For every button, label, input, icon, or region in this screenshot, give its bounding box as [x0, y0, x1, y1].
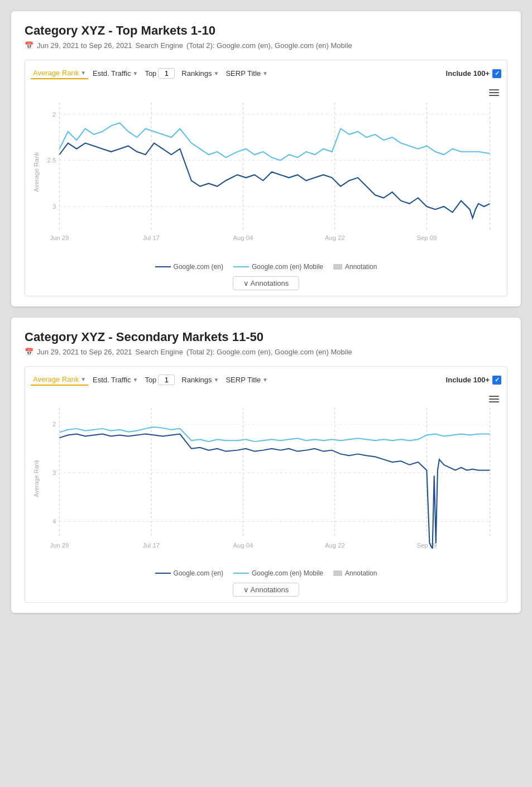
top-label-2: Top — [142, 373, 177, 386]
card2-toolbar: Average Rank ▼ Estd. Traffic ▼ Top Ranki… — [31, 373, 501, 386]
svg-text:Jul 17: Jul 17 — [143, 542, 160, 549]
card1-annotations-button[interactable]: ∨ Annotations — [233, 276, 300, 290]
card-top-markets: Category XYZ - Top Markets 1-10 📅 Jun 29… — [11, 11, 521, 306]
legend-annotation-box-2 — [333, 570, 342, 576]
card1-chart: Average Rank 2 2.5 3 Jun 29 Jul 17 Aug 0… — [31, 85, 501, 258]
svg-text:Aug 22: Aug 22 — [325, 234, 345, 241]
svg-text:2.5: 2.5 — [47, 157, 56, 164]
top-input-2[interactable] — [158, 375, 175, 385]
chart-menu-button-2[interactable] — [489, 396, 499, 402]
card2-total: (Total 2): Google.com (en), Google.com (… — [186, 348, 352, 356]
svg-text:2: 2 — [52, 111, 56, 118]
estd-traffic-tab-2[interactable]: Estd. Traffic ▼ — [90, 375, 140, 385]
card2-chart-container: Average Rank ▼ Estd. Traffic ▼ Top Ranki… — [25, 366, 507, 603]
include-100-checkbox-2[interactable]: ✓ — [492, 376, 501, 385]
card2-title: Category XYZ - Secondary Markets 11-50 — [25, 330, 507, 344]
calendar-icon-2: 📅 — [25, 348, 33, 356]
serp-title-arrow: ▼ — [262, 70, 268, 76]
card1-toolbar: Average Rank ▼ Estd. Traffic ▼ Top Ranki… — [31, 67, 501, 80]
card2-subtitle: 📅 Jun 29, 2021 to Sep 26, 2021 Search En… — [25, 348, 507, 356]
card2-engine: Search Engine — [136, 348, 183, 356]
avg-rank-tab[interactable]: Average Rank ▼ — [31, 68, 88, 79]
svg-text:Average Rank: Average Rank — [33, 152, 40, 192]
svg-text:Jul 17: Jul 17 — [143, 234, 160, 241]
legend-google: Google.com (en) — [155, 263, 223, 271]
svg-text:Jun 29: Jun 29 — [50, 542, 69, 549]
svg-text:Aug 22: Aug 22 — [325, 542, 345, 549]
svg-text:Aug 04: Aug 04 — [233, 234, 253, 241]
card2-annotations-btn[interactable]: ∨ Annotations — [31, 583, 501, 597]
card-secondary-markets: Category XYZ - Secondary Markets 11-50 📅… — [11, 318, 521, 613]
svg-text:Average Rank: Average Rank — [33, 459, 40, 497]
card2-date: Jun 29, 2021 to Sep 26, 2021 — [37, 348, 132, 356]
legend-google-mobile-2: Google.com (en) Mobile — [233, 569, 323, 577]
card1-total: (Total 2): Google.com (en), Google.com (… — [186, 41, 352, 50]
avg-rank-tab-2[interactable]: Average Rank ▼ — [31, 374, 88, 386]
legend-annotation: Annotation — [333, 263, 377, 271]
avg-rank-arrow-2: ▼ — [80, 376, 86, 382]
svg-text:4: 4 — [52, 519, 56, 525]
rankings-arrow-2: ▼ — [214, 377, 219, 383]
card1-annotations-btn[interactable]: ∨ Annotations — [31, 276, 501, 290]
svg-text:3: 3 — [52, 469, 56, 476]
card1-date: Jun 29, 2021 to Sep 26, 2021 — [37, 41, 132, 50]
card1-chart-container: Average Rank ▼ Estd. Traffic ▼ Top Ranki… — [25, 60, 507, 296]
card2-chart: Average Rank 2 3 4 Jun 29 Jul 17 Aug 04 … — [31, 392, 501, 565]
svg-text:3: 3 — [52, 203, 56, 210]
card2-legend: Google.com (en) Google.com (en) Mobile A… — [31, 569, 501, 577]
svg-text:Jun 29: Jun 29 — [50, 234, 69, 241]
include-100-checkbox[interactable]: ✓ — [492, 69, 501, 78]
avg-rank-arrow: ▼ — [80, 70, 86, 76]
calendar-icon: 📅 — [25, 41, 33, 50]
card1-title: Category XYZ - Top Markets 1-10 — [25, 23, 507, 38]
svg-text:Sep 09: Sep 09 — [416, 234, 437, 241]
svg-text:Sep 09: Sep 09 — [416, 542, 437, 549]
svg-text:Aug 04: Aug 04 — [233, 542, 253, 549]
top-input[interactable] — [158, 68, 175, 79]
rankings-arrow: ▼ — [214, 70, 219, 76]
card2-annotations-button[interactable]: ∨ Annotations — [233, 583, 300, 597]
include-100-toggle[interactable]: Include 100+ ✓ — [446, 69, 501, 78]
estd-traffic-arrow: ▼ — [132, 70, 138, 76]
legend-google-mobile-line-2 — [233, 573, 249, 574]
serp-title-arrow-2: ▼ — [262, 377, 268, 383]
top-label: Top — [142, 67, 177, 80]
card1-legend: Google.com (en) Google.com (en) Mobile A… — [31, 263, 501, 271]
estd-traffic-tab[interactable]: Estd. Traffic ▼ — [90, 68, 140, 79]
chart-menu-button[interactable] — [489, 89, 499, 96]
rankings-tab-2[interactable]: Rankings ▼ — [179, 375, 221, 385]
legend-annotation-box — [333, 264, 342, 270]
serp-title-tab-2[interactable]: SERP Title ▼ — [223, 375, 270, 385]
legend-google-line-2 — [155, 573, 171, 574]
card1-subtitle: 📅 Jun 29, 2021 to Sep 26, 2021 Search En… — [25, 41, 507, 50]
serp-title-tab[interactable]: SERP Title ▼ — [223, 68, 270, 79]
legend-google-mobile-line — [233, 266, 249, 267]
card1-engine: Search Engine — [136, 41, 183, 50]
legend-google-mobile: Google.com (en) Mobile — [233, 263, 323, 271]
legend-annotation-2: Annotation — [333, 569, 377, 577]
estd-traffic-arrow-2: ▼ — [132, 377, 138, 383]
svg-text:2: 2 — [52, 421, 56, 428]
legend-google-2: Google.com (en) — [155, 569, 223, 577]
legend-google-line — [155, 266, 171, 267]
rankings-tab[interactable]: Rankings ▼ — [179, 68, 221, 79]
include-100-toggle-2[interactable]: Include 100+ ✓ — [446, 376, 501, 385]
